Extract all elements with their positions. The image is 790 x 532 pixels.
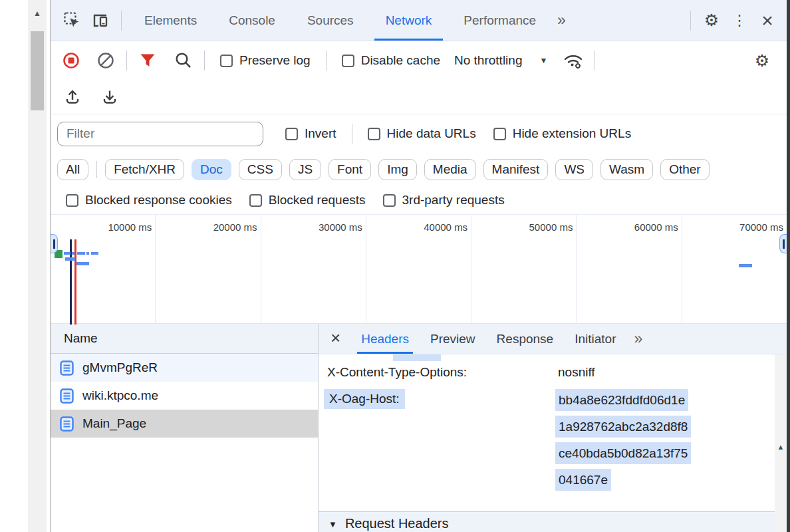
hide-data-urls-checkbox[interactable]: Hide data URLs: [368, 126, 476, 141]
chip-font[interactable]: Font: [329, 159, 371, 180]
tab-initiator[interactable]: Initiator: [566, 324, 624, 354]
tab-response[interactable]: Response: [488, 324, 563, 354]
timeline-left-grip[interactable]: [51, 234, 58, 253]
device-toolbar-button[interactable]: [86, 6, 114, 35]
chip-other[interactable]: Other: [660, 159, 710, 180]
chip-css[interactable]: CSS: [239, 159, 282, 180]
more-details-tabs-button[interactable]: »: [628, 330, 648, 348]
header-value-line: bb4a8e623fddfd06d1e: [555, 389, 688, 411]
waterfall-bar: [77, 252, 85, 255]
tab-preview[interactable]: Preview: [422, 324, 484, 354]
more-tabs-button[interactable]: »: [552, 11, 571, 29]
checkbox-icon: [220, 55, 233, 67]
clear-network-log-button[interactable]: [92, 46, 120, 75]
request-row[interactable]: gMvmPgReR: [51, 354, 318, 382]
chip-ws[interactable]: WS: [555, 159, 593, 180]
tab-performance[interactable]: Performance: [448, 0, 552, 41]
request-row-selected[interactable]: Main_Page: [51, 410, 318, 438]
devtools-tabbar: Elements Console Sources Network Perform…: [51, 0, 787, 41]
toolbar-divider: [352, 124, 352, 144]
chip-js[interactable]: JS: [289, 159, 321, 180]
timeline-column: 60000 ms: [577, 215, 682, 323]
preserve-log-checkbox[interactable]: Preserve log: [220, 53, 311, 68]
request-name: Main_Page: [82, 416, 146, 431]
waterfall-bar: [72, 252, 74, 255]
network-overview-timeline[interactable]: 10000 ms 20000 ms 30000 ms 40000 ms 5000…: [51, 214, 787, 324]
close-details-button[interactable]: ×: [327, 328, 348, 350]
checkbox-icon: [493, 128, 506, 140]
document-icon: [60, 360, 74, 376]
blocked-response-cookies-checkbox[interactable]: Blocked response cookies: [66, 193, 232, 207]
header-name: X-Content-Type-Options:: [327, 365, 467, 380]
third-party-requests-label: 3rd-party requests: [402, 193, 505, 207]
search-network-button[interactable]: [170, 46, 198, 75]
import-har-button[interactable]: [59, 82, 86, 112]
chip-wasm[interactable]: Wasm: [600, 159, 653, 180]
timeline-tick-label: 20000 ms: [213, 221, 257, 233]
request-headers-section[interactable]: ▼ Request Headers: [319, 511, 775, 532]
network-settings-button[interactable]: ⚙: [748, 46, 776, 75]
network-toolbar: Preserve log Disable cache No throttling…: [51, 41, 787, 80]
tab-sources[interactable]: Sources: [291, 0, 370, 41]
resource-type-filters: All Fetch/XHR Doc CSS JS Font Img Media …: [51, 153, 787, 186]
waterfall-bar: [739, 264, 752, 267]
network-conditions-icon: [563, 51, 584, 70]
page-scrollbar[interactable]: ▲: [28, 0, 47, 532]
hide-extension-urls-label: Hide extension URLs: [513, 126, 631, 141]
window-edge: [787, 0, 790, 532]
header-value: nosniff: [558, 365, 595, 380]
scroll-up-icon[interactable]: ▲: [28, 0, 47, 27]
checkbox-icon: [342, 55, 354, 67]
customize-devtools-button[interactable]: ⋮: [725, 6, 753, 35]
device-toolbar-icon: [90, 12, 110, 29]
request-headers-label: Request Headers: [345, 516, 449, 531]
waterfall-bar: [91, 252, 98, 255]
chip-manifest[interactable]: Manifest: [483, 159, 549, 180]
tab-console[interactable]: Console: [213, 0, 291, 41]
tab-network[interactable]: Network: [370, 0, 448, 41]
hide-data-urls-label: Hide data URLs: [387, 126, 476, 141]
name-column-header[interactable]: Name: [51, 324, 318, 354]
chip-all[interactable]: All: [57, 159, 88, 180]
disable-cache-checkbox[interactable]: Disable cache: [342, 53, 440, 68]
record-network-log-button[interactable]: [57, 46, 85, 75]
network-conditions-button[interactable]: [559, 46, 587, 75]
scroll-up-icon[interactable]: ▲: [777, 361, 785, 532]
chip-media[interactable]: Media: [424, 159, 476, 180]
background-page: ▲: [0, 0, 50, 532]
close-devtools-button[interactable]: ×: [753, 6, 781, 35]
throttling-dropdown[interactable]: No throttling ▼: [454, 53, 547, 68]
details-tabbar: × Headers Preview Response Initiator »: [319, 324, 787, 354]
waterfall-bar: [65, 257, 75, 261]
page-scrollbar-thumb[interactable]: [31, 31, 44, 110]
details-scrollbar[interactable]: ▲: [775, 354, 787, 532]
timeline-tick-label: 40000 ms: [424, 221, 467, 233]
inspect-element-button[interactable]: [59, 6, 86, 35]
request-row[interactable]: wiki.ktpco.me: [51, 382, 318, 410]
preserve-log-label: Preserve log: [239, 53, 311, 68]
clear-icon: [96, 51, 115, 70]
chip-doc[interactable]: Doc: [192, 159, 231, 180]
timeline-right-grip[interactable]: [779, 234, 787, 253]
timeline-tick-label: 50000 ms: [529, 221, 573, 233]
settings-button[interactable]: ⚙: [698, 6, 725, 35]
har-toolbar: [51, 80, 787, 114]
export-har-button[interactable]: [96, 82, 124, 112]
tab-headers[interactable]: Headers: [352, 324, 418, 354]
third-party-requests-checkbox[interactable]: 3rd-party requests: [383, 193, 505, 207]
tab-elements[interactable]: Elements: [128, 0, 213, 41]
invert-checkbox[interactable]: Invert: [285, 126, 336, 141]
blocked-requests-checkbox[interactable]: Blocked requests: [249, 193, 366, 207]
hide-extension-urls-checkbox[interactable]: Hide extension URLs: [493, 126, 631, 141]
waterfall-bar: [76, 262, 89, 265]
inspect-icon: [63, 11, 82, 30]
document-icon: [60, 388, 74, 404]
invert-label: Invert: [305, 126, 336, 141]
request-details-panel: × Headers Preview Response Initiator » X…: [319, 324, 787, 532]
filter-toggle-button[interactable]: [134, 46, 162, 75]
filter-input[interactable]: [57, 122, 263, 146]
funnel-icon: [139, 53, 156, 68]
chip-fetch-xhr[interactable]: Fetch/XHR: [105, 159, 184, 180]
checkbox-icon: [66, 194, 78, 207]
chip-img[interactable]: Img: [378, 159, 417, 180]
